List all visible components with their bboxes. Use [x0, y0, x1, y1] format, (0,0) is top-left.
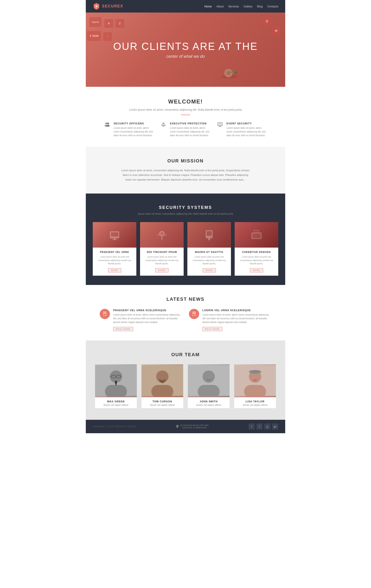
navbar: SECUREX Home About Services Gallery Blog…: [86, 0, 285, 12]
footer-address-line1: 28 JACKSON BLVD STE 1920: [180, 424, 208, 427]
system-card-img-2: [187, 222, 231, 248]
location-icon: [176, 425, 179, 428]
svg-rect-21: [111, 232, 118, 236]
team-photo-3: [234, 364, 276, 397]
team-name-2: JOHN SMITH: [190, 400, 227, 403]
service-item-1: EXECUTIVE PROTECTION Lorem ipsum dolor s…: [161, 122, 210, 137]
svg-rect-6: [234, 70, 237, 72]
systems-subtitle: Ipsum dolor sit amet, consectetur adipis…: [93, 212, 278, 215]
system-card-title-2: MAURIS ET SAGITTIS: [190, 251, 228, 253]
team-card-body-3: LISA TAYLOR Donec vel sapien alleret: [234, 397, 276, 408]
news-read-more-1[interactable]: READ MORE: [202, 327, 222, 331]
nav-item-contacts[interactable]: Contacts: [267, 4, 278, 8]
system-card-body-3: CURABITUR GRAVIDA Lorem ipsum dolor sit …: [235, 248, 278, 275]
mission-text: Lorem ipsum dolor sit amet, consectetur …: [121, 168, 250, 182]
system-card-text-3: Lorem ipsum dolor sit amet met consectet…: [237, 255, 276, 265]
hero-content: OUR CLIENTS ARE AT THE center of what we…: [113, 41, 258, 59]
mission-title: OUR MISSION: [109, 158, 262, 164]
footer-copyright: SECUREX © 2014 | PRIVACY POLICY: [93, 425, 136, 428]
news-item-title-1: LOERIN VEL URNA SCELERISQUE: [202, 309, 271, 312]
hero-section: CapsLk A Z ⇧ Shift ↑ Q W OUR CLIENTS ARE…: [86, 12, 285, 87]
nav-item-about[interactable]: About: [216, 4, 224, 8]
news-day-0: 21: [103, 311, 107, 315]
team-photo-1: [142, 364, 183, 397]
svg-point-52: [249, 370, 261, 373]
svg-rect-45: [151, 385, 174, 397]
keys-decoration: [220, 65, 239, 80]
service-content-2: EVENT SECURITY Lorem ipsum dolor sit ame…: [227, 122, 267, 137]
welcome-text: Lorem ipsum dolor sit amet, consectetur …: [127, 108, 244, 111]
news-date-badge-1: 22 JUN: [189, 309, 199, 319]
social-pinterest[interactable]: p: [264, 423, 270, 430]
news-read-more-0[interactable]: READ MORE: [113, 327, 133, 331]
system-card-btn-3[interactable]: MORE: [250, 268, 263, 273]
service-text-1: Lorem ipsum dolor sit amet, aterm come c…: [170, 126, 210, 137]
social-googleplus[interactable]: g+: [272, 423, 278, 430]
system-card-title-0: PRAESENT VEL URNA: [95, 251, 134, 253]
nav-item-home[interactable]: Home: [204, 4, 212, 8]
team-card-1: TOM CURSON Donec vel sapien alleret: [142, 364, 183, 408]
service-text-0: Lorem ipsum dolor sit amet, aterm come c…: [114, 126, 154, 137]
team-name-0: MAX GREEN: [97, 400, 134, 403]
nav-item-gallery[interactable]: Gallery: [244, 4, 253, 8]
news-item-title-0: PRAESENT VEL URNA SCELERISQUE: [113, 309, 182, 312]
service-icon-0: [104, 122, 111, 137]
svg-point-11: [106, 125, 110, 127]
welcome-section: WELCOME! Lorem ipsum dolor sit amet, con…: [86, 87, 285, 147]
deco-key-w: W: [272, 26, 281, 35]
svg-point-47: [202, 370, 215, 383]
hero-subtitle: center of what we do: [113, 54, 258, 59]
service-text-2: Lorem ipsum dolor sit amet, aterm come c…: [227, 126, 267, 137]
card-overlay-3: [235, 222, 278, 248]
svg-rect-14: [162, 126, 165, 126]
deco-key-z: Z: [115, 19, 124, 28]
system-card-title-1: SED TINCIDUNT IPSUM: [143, 251, 181, 253]
team-role-1: Donec vel sapien alleret: [144, 404, 181, 406]
social-facebook[interactable]: f: [248, 423, 255, 430]
team-name-3: LISA TAYLOR: [237, 400, 274, 403]
team-name-1: TOM CURSON: [144, 400, 181, 403]
system-card-btn-2[interactable]: MORE: [203, 268, 216, 273]
team-card-3: LISA TAYLOR Donec vel sapien alleret: [234, 364, 276, 408]
news-item-text-0: Lorem ipsum dolor sit amet, aterm come c…: [113, 313, 182, 324]
footer-social: f t p g+: [248, 423, 278, 430]
deco-key-shift: ⇧ Shift: [87, 31, 101, 41]
svg-point-15: [163, 124, 164, 124]
deco-key-up: ↑: [103, 32, 112, 41]
hero-title: OUR CLIENTS ARE AT THE: [113, 41, 258, 52]
service-icon-1: [161, 122, 167, 137]
service-item-0: SECURITY OFFICERS Lorem ipsum dolor sit …: [104, 122, 154, 137]
nav-item-blog[interactable]: Blog: [257, 4, 263, 8]
service-icon-2: [217, 122, 224, 137]
service-title-0: SECURITY OFFICERS: [114, 122, 154, 125]
system-card-text-2: Lorem ipsum dolor sit amet met consectet…: [190, 255, 228, 265]
logo[interactable]: SECUREX: [93, 2, 123, 10]
team-card-body-1: TOM CURSON Donec vel sapien alleret: [142, 397, 183, 408]
system-card-btn-0[interactable]: MORE: [108, 268, 121, 273]
news-content-1: LOERIN VEL URNA SCELERISQUE Lorem ipsum …: [202, 309, 271, 331]
services-row: SECURITY OFFICERS Lorem ipsum dolor sit …: [104, 122, 267, 137]
footer-address: 28 JACKSON BLVD STE 1920 CHICAGO, IL 308…: [176, 424, 208, 429]
nav-links: Home About Services Gallery Blog Contact…: [204, 4, 278, 8]
system-card-btn-1[interactable]: MORE: [155, 268, 169, 273]
news-month-1: JUN: [192, 315, 196, 316]
footer: SECUREX © 2014 | PRIVACY POLICY 28 JACKS…: [86, 420, 285, 433]
team-card-body-2: JOHN SMITH Donec vel sapien alleret: [188, 397, 229, 408]
news-section: LATEST NEWS 21 JUN PRAESENT VEL URNA SCE…: [86, 285, 285, 340]
team-section: OUR TEAM MAX GREEN: [86, 340, 285, 420]
systems-grid: PRAESENT VEL URNA Lorem ipsum dolor sit …: [93, 222, 278, 275]
svg-rect-19: [219, 126, 221, 127]
svg-point-9: [107, 123, 109, 124]
system-card-title-3: CURABITUR GRAVIDA: [237, 251, 276, 253]
team-card-2: JOHN SMITH Donec vel sapien alleret: [188, 364, 229, 408]
svg-rect-7: [234, 72, 237, 74]
social-twitter[interactable]: t: [257, 423, 262, 430]
team-role-0: Donec vel sapien alleret: [97, 404, 134, 406]
team-role-2: Donec vel sapien alleret: [190, 404, 227, 406]
mission-section: OUR MISSION Lorem ipsum dolor sit amet, …: [86, 147, 285, 194]
svg-rect-37: [105, 385, 127, 397]
system-card-body-2: MAURIS ET SAGITTIS Lorem ipsum dolor sit…: [187, 248, 231, 275]
svg-rect-22: [113, 238, 116, 240]
logo-icon: [93, 2, 100, 10]
nav-item-services[interactable]: Services: [228, 4, 239, 8]
